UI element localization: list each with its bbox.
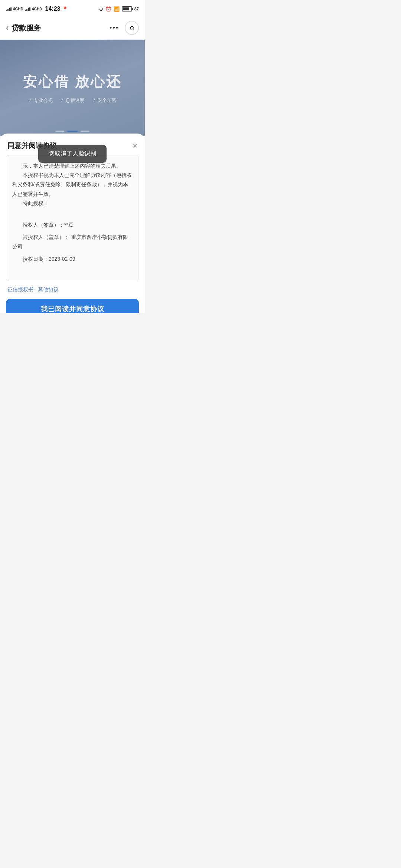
signal-icon-1	[6, 7, 12, 11]
alarm-icon: ⏰	[105, 6, 111, 12]
dot-3	[81, 131, 89, 132]
toast-message: 您取消了人脸识别	[49, 150, 96, 157]
feature-2: 息费透明	[60, 97, 85, 104]
agreement-content[interactable]: 示，本人已清楚理解上述内容的相关后果。 本授权书视为本人已完全理解协议内容（包括…	[6, 155, 139, 281]
network-label-1: 4GHD	[13, 7, 23, 11]
signal-icon-2	[25, 7, 30, 11]
dot-2	[66, 131, 78, 132]
hero-subtitle: 专业合规 息费透明 安全加密	[28, 97, 117, 104]
nav-right: ••• ⊙	[107, 21, 139, 35]
feature-1: 专业合规	[28, 97, 53, 104]
toast-notification: 您取消了人脸识别	[38, 145, 107, 163]
close-button[interactable]: ×	[133, 142, 137, 150]
dot-1	[55, 131, 64, 132]
feature-3: 安全加密	[92, 97, 117, 104]
location-icon: 📍	[62, 6, 68, 12]
status-left: 4GHD 4GHD 14:23 📍	[6, 6, 68, 12]
agreement-links: 征信授权书 其他协议	[0, 281, 145, 297]
camera-icon: ⊙	[130, 24, 134, 32]
agreement-authorizer: 授权人（签章）：**豆	[12, 220, 133, 230]
back-button[interactable]: ‹	[6, 23, 9, 33]
agreement-date: 授权日期：2023-02-09	[12, 254, 133, 264]
credit-auth-link[interactable]: 征信授权书	[7, 286, 33, 293]
battery-level: 87	[134, 7, 139, 11]
more-menu-button[interactable]: •••	[107, 23, 122, 33]
agreement-line-3: 特此授权！	[12, 199, 133, 208]
carousel-dots	[55, 131, 89, 132]
hero-banner: 安心借 放心还 专业合规 息费透明 安全加密	[0, 40, 145, 136]
nav-bar: ‹ 贷款服务 ••• ⊙	[0, 16, 145, 40]
status-right: ⊙ ⏰ 📶 87	[99, 6, 139, 12]
hero-title: 安心借 放心还	[23, 72, 122, 91]
wifi-icon: 📶	[114, 6, 120, 12]
nav-left: ‹ 贷款服务	[6, 23, 41, 33]
network-label-2: 4GHD	[32, 7, 42, 11]
agreement-line-2: 本授权书视为本人已完全理解协议内容（包括权利义务和/或责任免除、限制责任条款），…	[12, 171, 133, 199]
status-bar: 4GHD 4GHD 14:23 📍 ⊙ ⏰ 📶 87	[0, 0, 145, 16]
battery-indicator	[122, 6, 132, 11]
confirm-button[interactable]: 我已阅读并同意协议	[6, 299, 139, 313]
camera-button[interactable]: ⊙	[125, 21, 139, 35]
page-title: 贷款服务	[12, 23, 41, 33]
agreement-text: 示，本人已清楚理解上述内容的相关后果。 本授权书视为本人已完全理解协议内容（包括…	[12, 161, 133, 264]
location-pin-icon: ⊙	[99, 6, 103, 12]
agreement-authorized: 被授权人（盖章）： 重庆市西岸小额贷款有限公司	[12, 233, 133, 251]
status-time: 14:23	[45, 6, 61, 12]
other-agreements-link[interactable]: 其他协议	[38, 286, 59, 293]
